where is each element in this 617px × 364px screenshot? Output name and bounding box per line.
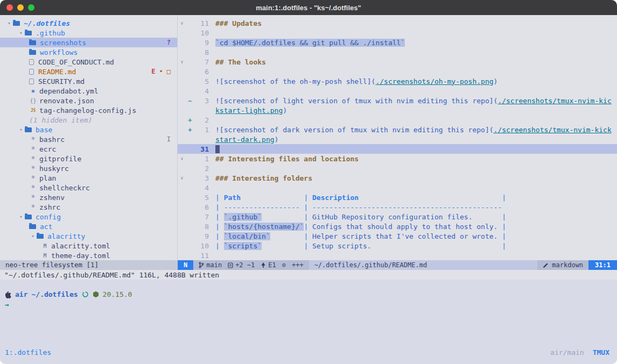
editor-line[interactable]: 5![screenshot of the oh-my-posh shell](.…	[178, 76, 617, 86]
git-sign: ~	[186, 97, 194, 105]
minimize-button[interactable]	[17, 4, 24, 11]
statusline-filetype: markdown	[537, 260, 588, 270]
editor-line[interactable]: 5| Path | Description |	[178, 192, 617, 202]
line-text: start-dark.png)	[215, 135, 278, 144]
tree-item-huskyrc[interactable]: *huskyrc	[0, 163, 177, 173]
statusline-token-text: ⊙	[282, 261, 286, 269]
tree-icon	[261, 262, 266, 268]
shell-file-icon: *	[29, 164, 37, 173]
editor-line[interactable]: kstart-light.png)	[178, 105, 617, 115]
text-segment	[359, 194, 502, 202]
tree-item-label: zshenv	[39, 194, 65, 202]
yaml-icon: ●	[29, 88, 37, 94]
tree-item-1-hidden-item[interactable]: (1 hidden item)	[0, 115, 177, 125]
line-number: 5	[194, 77, 209, 85]
text-segment: `cd $HOME/.dotfiles && git pull && ./ins…	[215, 39, 405, 47]
line-number: 10	[194, 29, 209, 37]
tree-item-alacritty[interactable]: ▾alacritty	[0, 231, 177, 241]
tree-item-theme-day-toml[interactable]: Mtheme-day.toml	[0, 251, 177, 260]
statusline-filepath: ~/.dotfiles/.github/README.md	[309, 260, 538, 270]
tree-item-bashrc[interactable]: *bashrcI	[0, 134, 177, 144]
line-number: 6	[194, 68, 209, 76]
line-text: | ------------------ | -----------------…	[215, 203, 502, 211]
tree-item-tag-changelog-config-js[interactable]: JStag-changelog-config.js	[0, 105, 177, 115]
text-segment: ### Interesting folders	[215, 174, 312, 182]
tree-item-code-of-conduct-md[interactable]: CODE_OF_CONDUCT.md	[0, 57, 177, 67]
tree-item-shellcheckrc[interactable]: *shellcheckrc	[0, 183, 177, 192]
statusline-buffer: +2 ~1	[228, 261, 255, 269]
fold-marker-icon: ∨	[178, 156, 186, 161]
editor-line[interactable]: 9| `local/bin` | Helper scripts that I'v…	[178, 231, 617, 241]
editor-line[interactable]: 7| `.github` | GitHub Repository configu…	[178, 212, 617, 222]
git-sign: +	[186, 126, 194, 134]
editor-line[interactable]: ∨1## Interesting files and locations	[178, 154, 617, 163]
tree-item-label: plan	[39, 174, 56, 182]
text-segment: `.github`	[224, 213, 262, 221]
editor-line[interactable]: 31	[178, 144, 617, 154]
tree-item-label: alacritty.toml	[51, 242, 110, 250]
git-status-badge: •	[159, 68, 163, 75]
editor-line[interactable]: 4	[178, 183, 617, 192]
maximize-button[interactable]	[28, 4, 34, 11]
editor-line[interactable]: 6	[178, 67, 617, 76]
line-text: | `local/bin` | Helper scripts that I've…	[215, 232, 506, 240]
titlebar: main:1:.dotfiles - "ks~/.dotfiles"	[0, 0, 617, 15]
editor-line[interactable]: 11	[178, 251, 617, 260]
neo-tree-statusline: neo-tree filesystem [1]	[0, 260, 178, 270]
tree-item-screenshots[interactable]: screenshots?	[0, 38, 177, 47]
tree-item-dotfiles[interactable]: ▾~/.dotfiles	[0, 18, 177, 28]
tree-item-alacritty-toml[interactable]: Malacritty.toml	[0, 241, 177, 251]
editor-line[interactable]: 2	[178, 163, 617, 173]
text-segment: |	[304, 232, 312, 240]
tree-item-gitprofile[interactable]: *gitprofile	[0, 154, 177, 163]
text-segment: |	[215, 232, 224, 240]
line-text: kstart-light.png)	[215, 106, 287, 115]
tree-item-label: base	[36, 126, 52, 134]
chevron-down-icon: ▾	[17, 127, 25, 132]
line-number: 1	[194, 155, 209, 163]
editor-line[interactable]: ∨3### Interesting folders	[178, 173, 617, 183]
tree-item-label: .github	[36, 29, 65, 37]
folder-icon	[25, 127, 32, 132]
tree-item-ecrc[interactable]: *ecrc	[0, 144, 177, 154]
tree-item-config[interactable]: ▾config	[0, 212, 177, 222]
tree-item-base[interactable]: ▾base	[0, 125, 177, 134]
tree-item-github[interactable]: ▾.github	[0, 28, 177, 38]
tree-item-readme-md[interactable]: README.mdE•□	[0, 67, 177, 76]
editor-line[interactable]: ∨7## The looks	[178, 57, 617, 67]
editor-line[interactable]: 6| ------------------ | ----------------…	[178, 202, 617, 212]
tree-item-workflows[interactable]: workflows	[0, 47, 177, 57]
editor-line[interactable]: start-dark.png)	[178, 134, 617, 144]
tree-item-zshrc[interactable]: *zshrc	[0, 202, 177, 212]
tree-item-security-md[interactable]: SECURITY.md	[0, 76, 177, 86]
cursor-block	[215, 145, 220, 153]
tree-item-renovate-json[interactable]: {}renovate.json	[0, 96, 177, 105]
line-number: 10	[194, 242, 209, 250]
neo-tree-sidebar: ▾~/.dotfiles▾.githubscreenshots?workflow…	[0, 15, 178, 260]
editor-line[interactable]: 10	[178, 28, 617, 38]
editor-line[interactable]: ∨11### Updates	[178, 18, 617, 28]
editor-line[interactable]: 10| `scripts` | Setup scripts. |	[178, 241, 617, 251]
tmux-window-tab[interactable]: 1:.dotfiles	[5, 348, 51, 356]
tree-item-label: bashrc	[39, 135, 65, 144]
text-segment: kstart-light.png	[215, 106, 283, 115]
editor-line[interactable]: ~3![screenshot of light version of tmux …	[178, 96, 617, 105]
tree-item-dependabot-yml[interactable]: ●dependabot.yml	[0, 86, 177, 96]
close-button[interactable]	[6, 4, 13, 11]
tree-item-plan[interactable]: *plan	[0, 173, 177, 183]
line-number: 2	[194, 116, 209, 124]
editor-line[interactable]: 4	[178, 86, 617, 96]
tree-item-act[interactable]: act	[0, 222, 177, 231]
editor-buffer[interactable]: ∨11### Updates109`cd $HOME/.dotfiles && …	[178, 15, 617, 260]
editor-line[interactable]: 8	[178, 47, 617, 57]
tree-item-label: alacritty	[47, 232, 85, 240]
editor-line[interactable]: +2	[178, 115, 617, 125]
prompt-input-line[interactable]: →	[0, 301, 617, 309]
line-text: ![screenshot of the oh-my-posh shell](./…	[215, 77, 497, 85]
editor-line[interactable]: 8| `hosts/{hostname}/`| Configs that sho…	[178, 222, 617, 231]
editor-line[interactable]: 9`cd $HOME/.dotfiles && git pull && ./in…	[178, 38, 617, 47]
statusline-token: +++	[292, 261, 304, 269]
tree-item-zshenv[interactable]: *zshenv	[0, 192, 177, 202]
editor-line[interactable]: +1![screenshot of dark version of tmux w…	[178, 125, 617, 134]
text-segment: |	[304, 242, 312, 250]
